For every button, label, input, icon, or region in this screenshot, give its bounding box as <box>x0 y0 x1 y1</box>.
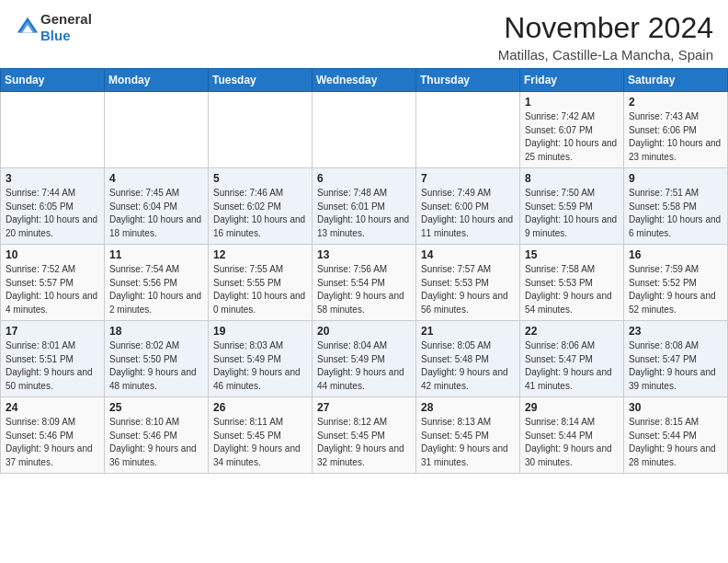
logo: General Blue <box>15 11 92 44</box>
day-number: 5 <box>213 172 307 185</box>
day-info: Sunrise: 8:13 AM Sunset: 5:45 PM Dayligh… <box>421 416 515 469</box>
logo-icon <box>15 15 40 40</box>
week-row-4: 17Sunrise: 8:01 AM Sunset: 5:51 PM Dayli… <box>1 321 728 397</box>
day-cell: 13Sunrise: 7:56 AM Sunset: 5:54 PM Dayli… <box>313 245 416 321</box>
day-cell: 27Sunrise: 8:12 AM Sunset: 5:45 PM Dayli… <box>313 397 416 474</box>
day-info: Sunrise: 8:06 AM Sunset: 5:47 PM Dayligh… <box>525 339 619 393</box>
day-number: 17 <box>6 325 99 338</box>
day-number: 27 <box>317 401 411 414</box>
week-row-1: 1Sunrise: 7:42 AM Sunset: 6:07 PM Daylig… <box>1 92 728 168</box>
day-number: 6 <box>317 172 411 185</box>
day-info: Sunrise: 7:49 AM Sunset: 6:00 PM Dayligh… <box>421 187 515 240</box>
day-info: Sunrise: 8:10 AM Sunset: 5:46 PM Dayligh… <box>109 416 203 469</box>
day-cell: 11Sunrise: 7:54 AM Sunset: 5:56 PM Dayli… <box>105 245 209 321</box>
week-row-2: 3Sunrise: 7:44 AM Sunset: 6:05 PM Daylig… <box>1 168 728 245</box>
weekday-header-monday: Monday <box>105 69 209 92</box>
day-info: Sunrise: 8:02 AM Sunset: 5:50 PM Dayligh… <box>109 339 203 393</box>
day-info: Sunrise: 7:58 AM Sunset: 5:53 PM Dayligh… <box>525 263 619 316</box>
header: General Blue November 2024 Matillas, Cas… <box>0 0 728 68</box>
week-row-5: 24Sunrise: 8:09 AM Sunset: 5:46 PM Dayli… <box>1 397 728 474</box>
weekday-header-thursday: Thursday <box>416 69 520 92</box>
month-title: November 2024 <box>498 11 713 45</box>
day-cell: 17Sunrise: 8:01 AM Sunset: 5:51 PM Dayli… <box>1 321 105 397</box>
day-number: 24 <box>6 401 99 414</box>
day-number: 9 <box>629 172 722 185</box>
day-number: 14 <box>421 248 515 261</box>
day-cell: 28Sunrise: 8:13 AM Sunset: 5:45 PM Dayli… <box>416 397 520 474</box>
day-cell: 21Sunrise: 8:05 AM Sunset: 5:48 PM Dayli… <box>416 321 520 397</box>
day-cell: 20Sunrise: 8:04 AM Sunset: 5:49 PM Dayli… <box>313 321 416 397</box>
weekday-header-wednesday: Wednesday <box>313 69 416 92</box>
day-number: 4 <box>109 172 203 185</box>
day-info: Sunrise: 7:44 AM Sunset: 6:05 PM Dayligh… <box>6 187 99 240</box>
day-number: 30 <box>629 401 722 414</box>
weekday-header-row: SundayMondayTuesdayWednesdayThursdayFrid… <box>1 69 728 92</box>
day-info: Sunrise: 8:12 AM Sunset: 5:45 PM Dayligh… <box>317 416 411 469</box>
day-info: Sunrise: 7:54 AM Sunset: 5:56 PM Dayligh… <box>109 263 203 316</box>
day-cell: 26Sunrise: 8:11 AM Sunset: 5:45 PM Dayli… <box>209 397 313 474</box>
day-cell: 5Sunrise: 7:46 AM Sunset: 6:02 PM Daylig… <box>209 168 313 245</box>
weekday-header-tuesday: Tuesday <box>209 69 313 92</box>
day-number: 26 <box>213 401 307 414</box>
day-number: 11 <box>109 248 203 261</box>
day-info: Sunrise: 7:50 AM Sunset: 5:59 PM Dayligh… <box>525 187 619 240</box>
day-cell: 9Sunrise: 7:51 AM Sunset: 5:58 PM Daylig… <box>624 168 728 245</box>
day-info: Sunrise: 7:56 AM Sunset: 5:54 PM Dayligh… <box>317 263 411 316</box>
day-cell: 24Sunrise: 8:09 AM Sunset: 5:46 PM Dayli… <box>1 397 105 474</box>
day-info: Sunrise: 7:45 AM Sunset: 6:04 PM Dayligh… <box>109 187 203 240</box>
day-number: 19 <box>213 325 307 338</box>
weekday-header-friday: Friday <box>520 69 624 92</box>
day-cell: 6Sunrise: 7:48 AM Sunset: 6:01 PM Daylig… <box>313 168 416 245</box>
day-info: Sunrise: 7:43 AM Sunset: 6:06 PM Dayligh… <box>629 110 722 164</box>
day-cell: 19Sunrise: 8:03 AM Sunset: 5:49 PM Dayli… <box>209 321 313 397</box>
day-number: 12 <box>213 248 307 261</box>
day-info: Sunrise: 8:09 AM Sunset: 5:46 PM Dayligh… <box>6 416 99 469</box>
day-cell: 29Sunrise: 8:14 AM Sunset: 5:44 PM Dayli… <box>520 397 624 474</box>
day-cell: 18Sunrise: 8:02 AM Sunset: 5:50 PM Dayli… <box>105 321 209 397</box>
weekday-header-sunday: Sunday <box>1 69 105 92</box>
day-info: Sunrise: 8:03 AM Sunset: 5:49 PM Dayligh… <box>213 339 307 393</box>
day-info: Sunrise: 7:46 AM Sunset: 6:02 PM Dayligh… <box>213 187 307 240</box>
day-number: 22 <box>525 325 619 338</box>
day-info: Sunrise: 7:51 AM Sunset: 5:58 PM Dayligh… <box>629 187 722 240</box>
day-number: 7 <box>421 172 515 185</box>
day-number: 29 <box>525 401 619 414</box>
day-info: Sunrise: 7:59 AM Sunset: 5:52 PM Dayligh… <box>629 263 722 316</box>
day-info: Sunrise: 7:52 AM Sunset: 5:57 PM Dayligh… <box>6 263 99 316</box>
day-number: 10 <box>6 248 99 261</box>
calendar: SundayMondayTuesdayWednesdayThursdayFrid… <box>0 68 728 474</box>
day-cell: 4Sunrise: 7:45 AM Sunset: 6:04 PM Daylig… <box>105 168 209 245</box>
day-cell <box>209 92 313 168</box>
day-number: 20 <box>317 325 411 338</box>
day-info: Sunrise: 7:55 AM Sunset: 5:55 PM Dayligh… <box>213 263 307 316</box>
location: Matillas, Castille-La Mancha, Spain <box>498 47 713 63</box>
logo-blue: Blue <box>40 28 71 43</box>
day-number: 15 <box>525 248 619 261</box>
day-cell: 14Sunrise: 7:57 AM Sunset: 5:53 PM Dayli… <box>416 245 520 321</box>
day-cell: 1Sunrise: 7:42 AM Sunset: 6:07 PM Daylig… <box>520 92 624 168</box>
day-cell: 12Sunrise: 7:55 AM Sunset: 5:55 PM Dayli… <box>209 245 313 321</box>
day-cell <box>105 92 209 168</box>
day-number: 2 <box>629 96 722 109</box>
day-cell: 8Sunrise: 7:50 AM Sunset: 5:59 PM Daylig… <box>520 168 624 245</box>
day-cell <box>416 92 520 168</box>
day-number: 21 <box>421 325 515 338</box>
logo-general: General <box>40 11 92 27</box>
day-number: 1 <box>525 96 619 109</box>
day-cell: 10Sunrise: 7:52 AM Sunset: 5:57 PM Dayli… <box>1 245 105 321</box>
title-block: November 2024 Matillas, Castille-La Manc… <box>498 11 713 63</box>
day-number: 18 <box>109 325 203 338</box>
day-info: Sunrise: 8:05 AM Sunset: 5:48 PM Dayligh… <box>421 339 515 393</box>
day-cell: 30Sunrise: 8:15 AM Sunset: 5:44 PM Dayli… <box>624 397 728 474</box>
day-info: Sunrise: 8:11 AM Sunset: 5:45 PM Dayligh… <box>213 416 307 469</box>
day-cell <box>313 92 416 168</box>
day-number: 16 <box>629 248 722 261</box>
weekday-header-saturday: Saturday <box>624 69 728 92</box>
day-number: 25 <box>109 401 203 414</box>
week-row-3: 10Sunrise: 7:52 AM Sunset: 5:57 PM Dayli… <box>1 245 728 321</box>
day-info: Sunrise: 8:04 AM Sunset: 5:49 PM Dayligh… <box>317 339 411 393</box>
day-cell: 2Sunrise: 7:43 AM Sunset: 6:06 PM Daylig… <box>624 92 728 168</box>
day-cell: 16Sunrise: 7:59 AM Sunset: 5:52 PM Dayli… <box>624 245 728 321</box>
day-info: Sunrise: 8:01 AM Sunset: 5:51 PM Dayligh… <box>6 339 99 393</box>
day-info: Sunrise: 7:48 AM Sunset: 6:01 PM Dayligh… <box>317 187 411 240</box>
